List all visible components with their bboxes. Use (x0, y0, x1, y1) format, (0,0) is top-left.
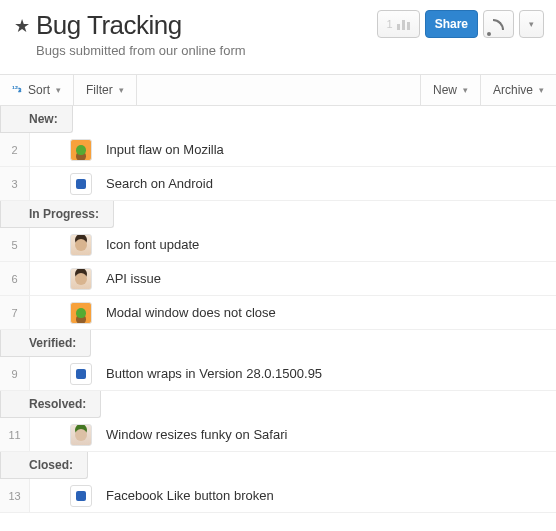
filter-button[interactable]: Filter ▾ (74, 75, 137, 105)
bars-icon (397, 18, 410, 30)
bug-title: Facebook Like button broken (106, 488, 274, 503)
bug-title: Window resizes funky on Safari (106, 427, 287, 442)
chevron-down-icon: ▾ (539, 85, 544, 95)
table-row[interactable]: 9Button wraps in Version 28.0.1500.95 (0, 357, 556, 391)
org-count: 1 (387, 18, 393, 30)
avatar (70, 139, 92, 161)
table-row[interactable]: 13Facebook Like button broken (0, 479, 556, 513)
table-row[interactable]: 11Window resizes funky on Safari (0, 418, 556, 452)
table-row[interactable]: 2Input flaw on Mozilla (0, 133, 556, 167)
group-header[interactable]: Resolved: (0, 391, 101, 418)
bug-title: API issue (106, 271, 161, 286)
chevron-down-icon: ▾ (463, 85, 468, 95)
page-subtitle: Bugs submitted from our online form (36, 43, 542, 58)
row-number: 3 (0, 167, 30, 200)
avatar (70, 173, 92, 195)
share-button[interactable]: Share (425, 10, 478, 38)
bug-title: Icon font update (106, 237, 199, 252)
table-row[interactable]: 3Search on Android (0, 167, 556, 201)
page-title: Bug Tracking (36, 10, 182, 41)
chevron-down-icon: ▾ (56, 85, 61, 95)
row-number: 5 (0, 228, 30, 261)
avatar (70, 485, 92, 507)
avatar (70, 268, 92, 290)
group-header[interactable]: New: (0, 106, 73, 133)
chevron-down-icon: ▾ (529, 19, 534, 29)
bug-title: Button wraps in Version 28.0.1500.95 (106, 366, 322, 381)
toolbar: ¹²₃ Sort ▾ Filter ▾ New ▾ Archive ▾ (0, 74, 556, 106)
more-button[interactable]: ▾ (519, 10, 544, 38)
group-header[interactable]: Closed: (0, 452, 88, 479)
avatar (70, 234, 92, 256)
group-header[interactable]: In Progress: (0, 201, 114, 228)
archive-button[interactable]: Archive ▾ (480, 75, 556, 105)
avatar (70, 302, 92, 324)
new-button[interactable]: New ▾ (420, 75, 480, 105)
bug-title: Search on Android (106, 176, 213, 191)
table-row[interactable]: 6API issue (0, 262, 556, 296)
table-row[interactable]: 7Modal window does not close (0, 296, 556, 330)
avatar (70, 363, 92, 385)
row-number: 11 (0, 418, 30, 451)
chevron-down-icon: ▾ (119, 85, 124, 95)
rss-icon (493, 19, 504, 30)
rss-button[interactable] (483, 10, 514, 38)
row-number: 6 (0, 262, 30, 295)
org-button[interactable]: 1 (377, 10, 420, 38)
group-header[interactable]: Verified: (0, 330, 91, 357)
table-row[interactable]: 5Icon font update (0, 228, 556, 262)
row-number: 9 (0, 357, 30, 390)
star-icon[interactable]: ★ (14, 17, 30, 35)
row-number: 7 (0, 296, 30, 329)
sort-icon: ¹²₃ (12, 84, 22, 94)
row-number: 2 (0, 133, 30, 166)
avatar (70, 424, 92, 446)
row-number: 13 (0, 479, 30, 512)
sort-button[interactable]: ¹²₃ Sort ▾ (0, 75, 74, 105)
bug-title: Modal window does not close (106, 305, 276, 320)
bug-title: Input flaw on Mozilla (106, 142, 224, 157)
